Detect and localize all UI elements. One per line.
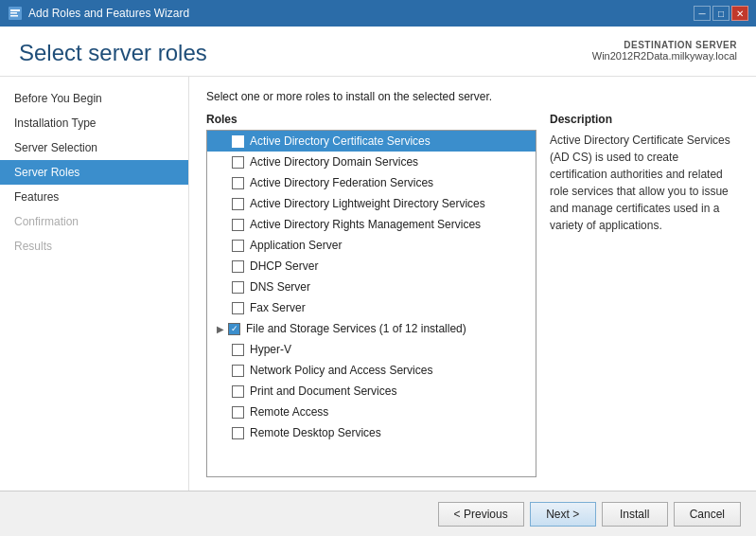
content-area: Select one or more roles to install on t… (189, 77, 756, 491)
roles-list: Active Directory Certificate Services Ac… (207, 131, 536, 443)
content-main: Roles Active Directory Certificate Servi… (206, 113, 739, 477)
roles-list-container[interactable]: Active Directory Certificate Services Ac… (206, 130, 536, 477)
destination-server-info: DESTINATION SERVER Win2012R2Data.milkywa… (592, 40, 737, 62)
page-title: Select server roles (19, 40, 207, 66)
sidebar-item-features[interactable]: Features (0, 185, 188, 209)
wizard-icon (8, 6, 23, 21)
role-item-ad-cs[interactable]: Active Directory Certificate Services (207, 131, 536, 152)
description-panel: Description Active Directory Certificate… (550, 113, 739, 477)
checkbox-print-doc[interactable] (232, 385, 244, 398)
role-item-hyper-v[interactable]: Hyper-V (207, 339, 536, 360)
footer: < Previous Next > Install Cancel (0, 491, 756, 536)
role-item-ad-rms[interactable]: Active Directory Rights Management Servi… (207, 214, 536, 235)
sidebar-item-before-you-begin[interactable]: Before You Begin (0, 86, 188, 111)
header: Select server roles DESTINATION SERVER W… (0, 27, 756, 77)
description-text: Active Directory Certificate Services (A… (550, 132, 739, 234)
content-description: Select one or more roles to install on t… (206, 90, 739, 103)
checkbox-dhcp[interactable] (232, 260, 244, 273)
main-window: Select server roles DESTINATION SERVER W… (0, 27, 756, 536)
role-item-npas[interactable]: Network Policy and Access Services (207, 360, 536, 381)
expand-file-storage-icon[interactable]: ▶ (213, 321, 228, 336)
checkbox-ad-ds[interactable] (232, 156, 244, 169)
install-button[interactable]: Install (602, 502, 668, 527)
role-item-fax[interactable]: Fax Server (207, 297, 536, 318)
checkbox-ad-rms[interactable] (232, 219, 244, 231)
roles-header: Roles (206, 113, 536, 126)
role-item-print-doc[interactable]: Print and Document Services (207, 381, 536, 402)
checkbox-ad-cs[interactable] (232, 135, 244, 148)
sidebar-item-server-roles[interactable]: Server Roles (0, 160, 188, 185)
maximize-button[interactable]: □ (712, 6, 730, 21)
role-item-app-server[interactable]: Application Server (207, 235, 536, 256)
checkbox-fax[interactable] (232, 302, 244, 314)
destination-server-name: Win2012R2Data.milkyway.local (592, 50, 737, 62)
role-item-ad-ds[interactable]: Active Directory Domain Services (207, 152, 536, 172)
roles-panel: Roles Active Directory Certificate Servi… (206, 113, 536, 477)
title-bar-title: Add Roles and Features Wizard (28, 7, 189, 20)
sidebar: Before You Begin Installation Type Serve… (0, 77, 189, 491)
body: Before You Begin Installation Type Serve… (0, 77, 756, 491)
checkbox-remote-access[interactable] (232, 406, 244, 419)
checkbox-npas[interactable] (232, 365, 244, 377)
role-item-dns[interactable]: DNS Server (207, 277, 536, 297)
destination-label: DESTINATION SERVER (592, 40, 737, 50)
svg-rect-1 (10, 9, 20, 11)
role-item-rds[interactable]: Remote Desktop Services (207, 422, 536, 443)
sidebar-item-results: Results (0, 234, 188, 259)
checkbox-ad-fs[interactable] (232, 177, 244, 189)
title-bar: Add Roles and Features Wizard ─ □ ✕ (0, 0, 756, 27)
checkbox-ad-lds[interactable] (232, 198, 244, 210)
checkbox-dns[interactable] (232, 281, 244, 294)
previous-button[interactable]: < Previous (438, 502, 524, 527)
checkbox-rds[interactable] (232, 427, 244, 439)
role-item-ad-lds[interactable]: Active Directory Lightweight Directory S… (207, 193, 536, 214)
svg-rect-3 (10, 15, 18, 17)
title-bar-controls: ─ □ ✕ (694, 6, 748, 21)
role-item-file-storage[interactable]: ▶ ✓ File and Storage Services (1 of 12 i… (207, 318, 536, 339)
sidebar-item-confirmation: Confirmation (0, 209, 188, 234)
role-item-ad-fs[interactable]: Active Directory Federation Services (207, 172, 536, 193)
next-button[interactable]: Next > (530, 502, 596, 527)
checkbox-hyper-v[interactable] (232, 344, 244, 356)
sidebar-item-installation-type[interactable]: Installation Type (0, 111, 188, 135)
sidebar-item-server-selection[interactable]: Server Selection (0, 135, 188, 160)
role-item-dhcp[interactable]: DHCP Server (207, 256, 536, 277)
checkbox-file-storage[interactable]: ✓ (228, 323, 240, 335)
checkbox-app-server[interactable] (232, 240, 244, 252)
cancel-button[interactable]: Cancel (674, 502, 741, 527)
role-item-remote-access[interactable]: Remote Access (207, 402, 536, 422)
description-header: Description (550, 113, 739, 126)
minimize-button[interactable]: ─ (694, 6, 711, 21)
svg-rect-2 (10, 12, 17, 14)
close-button[interactable]: ✕ (731, 6, 748, 21)
